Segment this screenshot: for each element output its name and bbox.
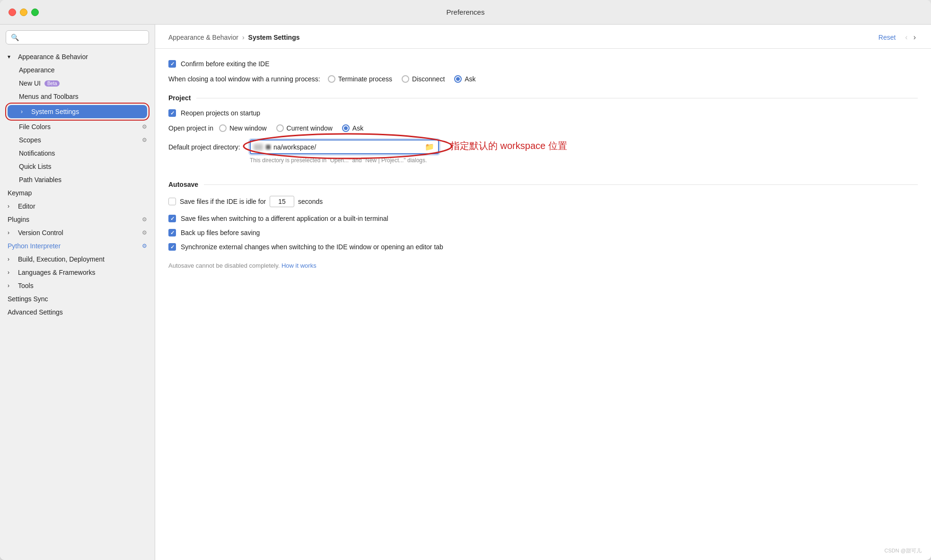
radio-terminate[interactable]: Terminate process [328,75,392,83]
chevron-right-icon: › [8,229,15,236]
radio-disconnect[interactable]: Disconnect [402,75,445,83]
sidebar-item-appearance[interactable]: Appearance [0,63,155,77]
sidebar-item-label: Scopes [19,136,41,144]
sidebar-item-new-ui[interactable]: New UI Beta [0,77,155,90]
sidebar-item-path-variables[interactable]: Path Variables [0,173,155,186]
sidebar-item-label: Version Control [18,229,63,236]
radio-ask[interactable]: Ask [454,75,475,83]
project-dir-row: Default project directory: na/workspace/ [168,140,439,154]
save-switch-checkbox[interactable]: ✓ [168,215,176,222]
ask-project-radio[interactable] [342,124,350,132]
panel-actions: Reset ‹ › [878,32,918,43]
panel-header: Appearance & Behavior › System Settings … [155,25,931,49]
checkmark-icon: ✓ [170,110,175,116]
radio-ask-project[interactable]: Ask [342,124,363,132]
confirm-exit-row: ✓ Confirm before exiting the IDE [168,60,918,68]
sidebar-item-label: Build, Execution, Deployment [18,255,105,263]
save-switch-row: ✓ Save files when switching to a differe… [168,215,918,222]
workspace-annotation-text: 指定默认的 workspace 位置 [450,140,567,152]
gear-icon: ⚙ [142,216,147,223]
idle-seconds-input[interactable] [270,196,294,207]
sidebar-item-quick-lists[interactable]: Quick Lists [0,160,155,173]
reset-button[interactable]: Reset [878,34,896,41]
nav-arrows: ‹ › [903,32,918,43]
tool-window-label: When closing a tool window with a runnin… [168,75,320,83]
sidebar-item-languages-frameworks[interactable]: › Languages & Frameworks [0,266,155,279]
ask-project-label: Ask [352,124,363,132]
radio-dot [456,77,460,81]
back-arrow-button[interactable]: ‹ [903,32,909,43]
breadcrumb-separator: › [242,34,245,41]
sidebar-item-label: Advanced Settings [8,308,63,316]
sidebar-item-system-settings[interactable]: › System Settings [8,105,147,118]
browse-folder-button[interactable]: 📁 [424,142,435,151]
how-it-works-link[interactable]: How it works [281,262,316,269]
radio-group: Terminate process Disconnect Ask [328,75,476,83]
seconds-label: seconds [298,198,323,205]
forward-arrow-button[interactable]: › [912,32,918,43]
directory-input-container[interactable]: na/workspace/ 📁 [250,140,439,154]
breadcrumb-current: System Settings [248,34,300,41]
sidebar-item-advanced-settings[interactable]: Advanced Settings [0,306,155,319]
backup-label: Back up files before saving [181,229,260,236]
sidebar-item-build-execution[interactable]: › Build, Execution, Deployment [0,253,155,266]
directory-path-text: na/workspace/ [273,143,421,151]
sidebar-item-label: Plugins [8,216,29,223]
radio-dot [344,126,348,130]
search-icon: 🔍 [11,34,19,41]
open-project-label: Open project in [168,124,213,132]
sidebar-nav: ▾ Appearance & Behavior Appearance New U… [0,48,155,560]
ask-radio[interactable] [454,75,462,83]
beta-badge: Beta [44,80,60,87]
sidebar-item-version-control[interactable]: › Version Control ⚙ [0,226,155,239]
sidebar-item-label: Tools [18,282,34,289]
terminate-radio[interactable] [328,75,335,83]
current-window-radio[interactable] [276,124,284,132]
radio-current-window[interactable]: Current window [276,124,333,132]
save-switch-label: Save files when switching to a different… [181,215,388,222]
save-idle-label: Save files if the IDE is idle for [180,198,266,205]
sidebar-item-label: System Settings [31,108,79,115]
search-input[interactable] [22,34,144,41]
main-content: 🔍 ▾ Appearance & Behavior Appearance New… [0,25,931,560]
sidebar-item-menus-toolbars[interactable]: Menus and Toolbars [0,90,155,103]
chevron-right-icon: › [8,282,15,289]
sidebar-item-file-colors[interactable]: File Colors ⚙ [0,120,155,133]
radio-new-window[interactable]: New window [219,124,267,132]
sidebar-item-notifications[interactable]: Notifications [0,147,155,160]
sidebar-item-settings-sync[interactable]: Settings Sync [0,292,155,306]
autosave-section-label: Autosave [168,181,198,188]
sidebar-item-editor[interactable]: › Editor [0,200,155,213]
project-dir-group: Default project directory: na/workspace/ [168,140,439,173]
confirm-exit-checkbox[interactable]: ✓ [168,60,176,68]
sidebar-item-appearance-behavior[interactable]: ▾ Appearance & Behavior [0,50,155,63]
minimize-button[interactable] [20,9,27,16]
sidebar-item-python-interpreter[interactable]: Python Interpreter ⚙ [0,239,155,253]
disconnect-radio[interactable] [402,75,409,83]
sidebar-item-tools[interactable]: › Tools [0,279,155,292]
save-idle-checkbox[interactable] [168,198,176,205]
sidebar-item-label: File Colors [19,123,51,131]
open-project-radio-group: New window Current window Ask [219,124,363,132]
sidebar-item-scopes[interactable]: Scopes ⚙ [0,133,155,147]
sidebar-item-label: Path Variables [19,176,61,184]
search-box[interactable]: 🔍 [6,30,149,44]
current-window-label: Current window [287,124,333,132]
new-window-radio[interactable] [219,124,227,132]
sidebar-item-label: New UI [19,79,41,87]
blur-icon-2 [266,145,271,149]
new-window-label: New window [229,124,267,132]
sidebar-item-label: Notifications [19,149,55,157]
title-bar: Preferences [0,0,931,25]
reopen-checkbox[interactable]: ✓ [168,109,176,117]
confirm-exit-label: Confirm before exiting the IDE [181,60,270,68]
sidebar-item-plugins[interactable]: Plugins ⚙ [0,213,155,226]
backup-checkbox[interactable]: ✓ [168,229,176,236]
sync-checkbox[interactable]: ✓ [168,243,176,251]
sidebar-item-label: Settings Sync [8,295,48,303]
close-button[interactable] [9,9,16,16]
ask-label: Ask [465,75,475,83]
sidebar-item-keymap[interactable]: Keymap [0,186,155,200]
project-dir-annotation-row: Default project directory: na/workspace/ [168,140,918,173]
maximize-button[interactable] [31,9,39,16]
